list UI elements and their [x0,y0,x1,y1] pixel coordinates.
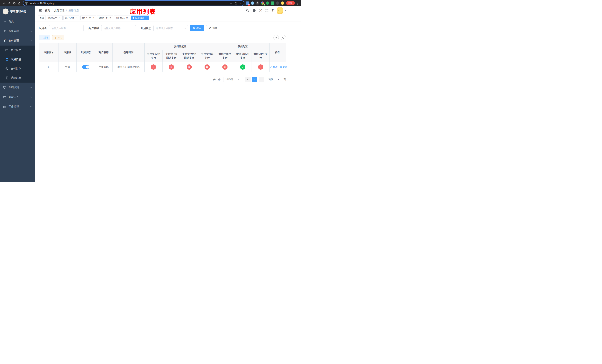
alipay-pc-pay-status-icon: × [169,64,174,70]
extension-icon-5[interactable] [266,1,269,5]
sidebar-item-merchant-info[interactable]: 商户信息 [0,45,35,55]
fullscreen-icon[interactable] [265,9,269,12]
site-info-icon[interactable]: i [25,2,28,5]
chevron-down-icon [30,96,32,97]
toolbox-icon [3,96,6,98]
sidebar-item-workflow[interactable]: 工作流程 [0,102,35,111]
url-text[interactable]: localhost:1024/pay/app [30,2,227,5]
password-key-icon[interactable] [230,2,232,5]
back-icon[interactable] [2,1,7,6]
extension-icon-4[interactable]: 1 [261,1,264,5]
main-area: 首页 / 支付管理 / 应用信息 ? T 首页 流程表 [35,6,301,182]
extension-icon-8[interactable] [281,1,284,5]
app-status-switch[interactable] [82,65,89,69]
user-avatar[interactable] [277,7,283,14]
apps-table: 应用编号 应用名 开启状态 商户名称 创建时间 支付宝配置 微信配置 操作 支付… [39,43,286,72]
sidebar: 芋道管理系统 首页 系统管理 ¥ 支付管理 [0,6,35,182]
extension-icon-2[interactable] [251,1,254,5]
close-tab-icon[interactable]: × [145,17,148,19]
yen-icon: ¥ [3,39,6,43]
bookmark-star-icon[interactable]: ☆ [239,2,242,5]
app-title: 芋道管理系统 [10,10,26,13]
header-merchant-name: 商户名称 [95,43,113,62]
breadcrumb-home[interactable]: 首页 [45,9,50,12]
sidebar-item-system[interactable]: 系统管理 [0,26,35,36]
filter-form: 应用名 商户名称 开启状态 请选择开启状态 搜索 重置 [39,25,286,31]
alipay-wap-pay-status-icon: × [187,64,192,70]
font-size-icon[interactable]: T [272,9,274,12]
search-icon[interactable] [246,9,249,12]
search-button[interactable]: 搜索 [190,25,204,31]
avatar-caret-icon[interactable] [285,10,286,11]
app-name-input[interactable] [49,25,84,31]
document-icon [5,76,9,79]
extension-icon-3[interactable] [256,1,259,5]
delete-button[interactable]: 删除 [280,65,287,68]
cell-status [77,62,95,72]
page-size-select[interactable]: 10条/页 [223,77,241,82]
close-tab-icon[interactable]: × [109,17,111,19]
breadcrumb-payment[interactable]: 支付管理 [54,9,64,12]
next-page-button[interactable] [259,77,264,82]
tab-process-form[interactable]: 流程表单× [47,16,63,20]
sidebar-item-infrastructure[interactable]: 基础设施 [0,83,35,92]
logo-avatar [3,9,9,14]
sidebar-item-home[interactable]: 首页 [0,17,35,26]
toggle-search-button[interactable] [273,35,279,40]
sidebar-item-app-info[interactable]: 应用信息 [0,55,35,64]
breadcrumb: 首页 / 支付管理 / 应用信息 [45,9,79,12]
page-1-button[interactable]: 1 [252,77,257,82]
tab-user-group[interactable]: 用户分组× [64,16,79,20]
chrome-update-button[interactable]: 更新 [286,1,295,5]
breadcrumb-current: 应用信息 [68,9,79,12]
home-icon[interactable] [17,1,22,6]
sidebar-item-refund-order[interactable]: 退款订单 [0,73,35,83]
header-group-wechat: 微信配置 [216,43,269,50]
sidebar-item-pay-order[interactable]: 支付订单 [0,64,35,73]
header-status: 开启状态 [77,43,95,62]
chevron-down-icon [237,79,239,80]
reload-icon[interactable] [12,1,17,6]
close-tab-icon[interactable]: × [92,17,95,19]
tab-home[interactable]: 首页 [38,16,46,20]
cell-merchant-name: 芋道源码 [95,62,113,72]
export-button[interactable]: 导出 [52,35,64,40]
add-button[interactable]: + 新增 [39,35,50,40]
collapse-sidebar-icon[interactable] [39,10,42,12]
chrome-menu-icon[interactable] [296,1,299,5]
close-tab-icon[interactable]: × [126,17,128,19]
close-tab-icon[interactable]: × [58,17,61,19]
extension-badge: 1 [264,4,265,6]
extension-icon-6[interactable] [271,1,274,5]
sidebar-item-label: 基础设施 [9,86,19,89]
help-icon[interactable]: ? [259,9,262,12]
tab-pay-order[interactable]: 支付订单× [80,16,96,20]
cell-app-name: 芋道 [58,62,77,72]
sidebar-item-dev-tools[interactable]: 研发工具 [0,92,35,102]
pagination: 共 1 条 10条/页 1 前往 页 [39,77,286,82]
header-app-name: 应用名 [58,43,77,62]
address-bar[interactable]: i localhost:1024/pay/app ☆ [23,1,244,6]
edit-button[interactable]: 修改 [270,65,278,68]
status-select[interactable]: 请选择开启状态 [153,25,188,31]
page-content: 应用名 商户名称 开启状态 请选择开启状态 搜索 重置 [35,21,301,182]
prev-page-button[interactable] [245,77,251,82]
sidebar-item-payment[interactable]: ¥ 支付管理 [0,36,35,45]
tab-merchant-info[interactable]: 商户信息× [114,16,130,20]
tab-app-info[interactable]: 应用信息× [131,16,149,20]
table-row: 6 芋道 芋道源码 2021-10-23 08:49:25 × × × × × … [39,62,286,72]
browser-toolbar: i localhost:1024/pay/app ☆ 10 1 更新 [0,0,301,6]
reset-button[interactable]: 重置 [206,25,220,31]
close-tab-icon[interactable]: × [75,17,78,19]
sidebar-menu: 首页 系统管理 ¥ 支付管理 商户信息 [0,17,35,111]
extension-icon-7[interactable] [276,1,279,5]
goto-page-input[interactable] [275,77,282,82]
share-icon[interactable] [235,2,237,5]
workflow-icon [3,105,6,108]
refresh-table-button[interactable] [281,35,286,40]
tab-refund-order[interactable]: 退款订单× [97,16,113,20]
github-icon[interactable] [252,9,256,12]
extension-icon-1[interactable]: 10 [246,1,249,5]
forward-icon[interactable] [7,1,12,6]
merchant-name-input[interactable] [101,25,136,31]
